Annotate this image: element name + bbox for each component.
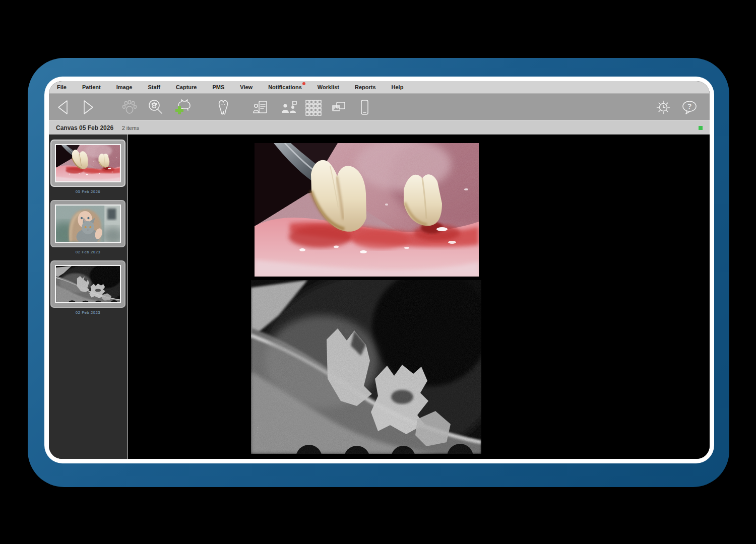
back-arrow-icon bbox=[55, 99, 73, 116]
help-button[interactable]: ? bbox=[679, 97, 700, 117]
canvas-area bbox=[128, 134, 710, 459]
search-patient-button[interactable] bbox=[146, 97, 166, 117]
canvas-title: Canvas 05 Feb 2026 bbox=[56, 124, 113, 131]
canvas-header-bar: Canvas 05 Feb 2026 2 items bbox=[49, 120, 710, 134]
layout-grid-button[interactable] bbox=[303, 97, 323, 117]
grid-icon bbox=[304, 99, 322, 116]
help-bubble-icon: ? bbox=[680, 99, 699, 116]
notification-badge-dot bbox=[302, 82, 305, 85]
menu-capture[interactable]: Capture bbox=[176, 84, 197, 90]
window-outer-frame: File Patient Image Staff Capture PMS Vie… bbox=[28, 58, 729, 487]
menu-reports[interactable]: Reports bbox=[355, 84, 376, 90]
report-document-icon bbox=[251, 99, 270, 116]
thumbnail-image bbox=[55, 265, 121, 303]
thumbnail-intraoral-photo[interactable] bbox=[50, 140, 125, 187]
patients-button[interactable] bbox=[119, 97, 140, 117]
canvas-image-intraoral-photo[interactable] bbox=[255, 143, 479, 277]
forward-arrow-icon bbox=[78, 99, 96, 116]
forward-button[interactable] bbox=[77, 97, 97, 117]
thumbnail-image bbox=[55, 205, 121, 243]
dental-chart-button[interactable] bbox=[213, 97, 233, 117]
svg-text:?: ? bbox=[687, 102, 692, 110]
menu-view[interactable]: View bbox=[240, 84, 253, 90]
status-indicator-green bbox=[699, 126, 703, 130]
menu-staff[interactable]: Staff bbox=[148, 84, 160, 90]
search-paw-icon bbox=[147, 99, 165, 116]
menu-pms[interactable]: PMS bbox=[212, 84, 224, 90]
compare-photos-icon bbox=[329, 99, 347, 116]
menu-image[interactable]: Image bbox=[116, 84, 133, 90]
menu-notifications[interactable]: Notifications bbox=[268, 84, 302, 90]
thumbnail-caption: 02 Feb 2023 bbox=[76, 250, 100, 255]
window-inner-frame: File Patient Image Staff Capture PMS Vie… bbox=[44, 77, 714, 463]
menu-file[interactable]: File bbox=[57, 84, 67, 90]
gear-icon bbox=[654, 99, 672, 116]
menu-notifications-label: Notifications bbox=[268, 84, 302, 90]
settings-button[interactable] bbox=[653, 97, 673, 117]
thumbnail-sidebar: 05 Feb 2026 02 Feb 2023 02 F bbox=[49, 134, 127, 459]
thumbnail-woman-with-cat[interactable] bbox=[50, 200, 125, 247]
smartphone-icon bbox=[355, 99, 373, 116]
thumbnail-caption: 02 Feb 2023 bbox=[76, 310, 100, 315]
paw-icon bbox=[120, 99, 139, 116]
app-body: 05 Feb 2026 02 Feb 2023 02 F bbox=[49, 134, 710, 459]
menu-patient[interactable]: Patient bbox=[82, 84, 101, 90]
back-button[interactable] bbox=[54, 97, 74, 117]
toolbar: ? bbox=[49, 93, 710, 120]
menu-help[interactable]: Help bbox=[392, 84, 404, 90]
canvas-items-count: 2 items bbox=[122, 125, 139, 131]
menu-bar: File Patient Image Staff Capture PMS Vie… bbox=[49, 81, 710, 93]
compare-images-button[interactable] bbox=[328, 97, 348, 117]
menu-worklist[interactable]: Worklist bbox=[318, 84, 339, 90]
canvas-image-dental-xray[interactable] bbox=[251, 280, 481, 454]
add-patient-button[interactable] bbox=[172, 97, 192, 117]
staff-capture-button[interactable] bbox=[279, 97, 299, 117]
desktop-background: File Patient Image Staff Capture PMS Vie… bbox=[0, 0, 756, 544]
thumbnail-dental-xray[interactable] bbox=[50, 260, 125, 308]
thumbnail-caption: 05 Feb 2026 bbox=[76, 189, 100, 194]
patient-report-button[interactable] bbox=[250, 97, 271, 117]
add-pet-icon bbox=[172, 99, 192, 116]
tooth-icon bbox=[214, 99, 232, 116]
thumbnail-image bbox=[55, 144, 121, 182]
staff-people-icon bbox=[280, 99, 298, 116]
app-window: File Patient Image Staff Capture PMS Vie… bbox=[49, 81, 710, 459]
mobile-device-button[interactable] bbox=[354, 97, 374, 117]
